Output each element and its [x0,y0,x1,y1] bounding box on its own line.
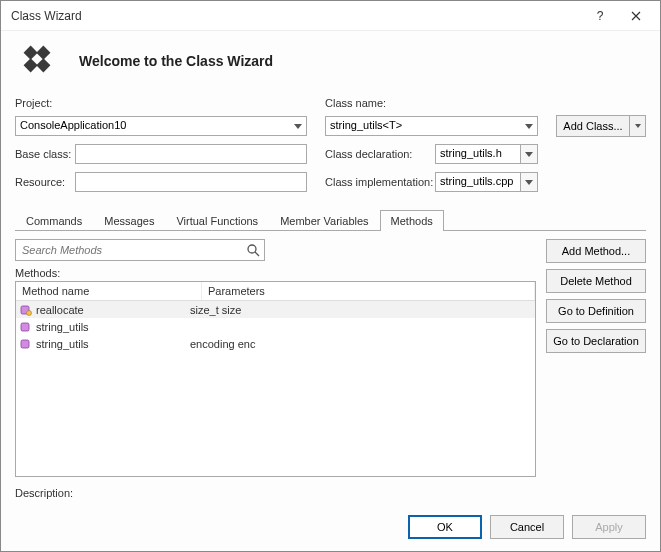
list-header: Method name Parameters [16,282,535,301]
tab-messages[interactable]: Messages [93,210,165,231]
list-rows: reallocatesize_t sizestring_utilsstring_… [16,301,535,476]
tab-commands[interactable]: Commands [15,210,93,231]
add-class-label: Add Class... [556,115,630,137]
add-class-button[interactable]: Add Class... [556,115,646,137]
base-class-label: Base class: [15,148,75,160]
svg-rect-1 [24,46,38,60]
class-name-label: Class name: [325,97,538,111]
tab-bar: Commands Messages Virtual Functions Memb… [15,209,646,231]
apply-button: Apply [572,515,646,539]
close-button[interactable] [618,2,654,30]
project-label: Project: [15,97,307,111]
method-params: size_t size [186,304,535,316]
method-name: string_utils [36,321,89,333]
col-method-name[interactable]: Method name [16,282,202,300]
svg-rect-2 [36,58,50,72]
tab-virtual-functions[interactable]: Virtual Functions [165,210,269,231]
class-declaration-dropdown[interactable] [520,144,538,164]
list-item[interactable]: string_utils [16,318,535,335]
method-icon [18,338,34,350]
svg-rect-3 [24,58,38,72]
ok-button[interactable]: OK [408,515,482,539]
class-declaration-field[interactable]: string_utils.h [435,144,521,164]
goto-definition-button[interactable]: Go to Definition [546,299,646,323]
list-item[interactable]: string_utilsencoding enc [16,335,535,352]
svg-point-7 [27,310,32,315]
svg-line-5 [255,252,259,256]
resource-field[interactable] [75,172,307,192]
tab-methods[interactable]: Methods [380,210,444,231]
class-implementation-field[interactable]: string_utils.cpp [435,172,521,192]
search-icon [246,243,260,257]
search-methods-box[interactable] [15,239,265,261]
svg-point-4 [248,245,256,253]
form-area: Project: Class name: ConsoleApplication1… [1,97,660,203]
svg-rect-8 [21,323,29,331]
welcome-heading: Welcome to the Class Wizard [79,53,273,69]
col-parameters[interactable]: Parameters [202,282,535,300]
methods-label: Methods: [15,267,536,279]
cancel-button[interactable]: Cancel [490,515,564,539]
methods-list: Method name Parameters reallocatesize_t … [15,281,536,477]
wizard-logo-icon [15,39,59,83]
class-implementation-label: Class implementation: [325,176,435,188]
class-wizard-window: Class Wizard ? Welcome to the Class Wiza… [0,0,661,552]
close-icon [631,11,641,21]
add-method-button[interactable]: Add Method... [546,239,646,263]
class-declaration-label: Class declaration: [325,148,435,160]
description-label: Description: [1,481,660,505]
search-methods-input[interactable] [20,243,246,257]
delete-method-button[interactable]: Delete Method [546,269,646,293]
method-name: reallocate [36,304,84,316]
base-class-field[interactable] [75,144,307,164]
method-icon [18,321,34,333]
resource-label: Resource: [15,176,75,188]
list-item[interactable]: reallocatesize_t size [16,301,535,318]
method-name: string_utils [36,338,89,350]
window-title: Class Wizard [11,9,582,23]
footer: OK Cancel Apply [1,505,660,551]
project-dropdown[interactable]: ConsoleApplication10 [15,116,307,136]
side-buttons: Add Method... Delete Method Go to Defini… [546,239,646,477]
help-button[interactable]: ? [582,2,618,30]
svg-rect-0 [36,46,50,60]
class-name-dropdown[interactable]: string_utils<T> [325,116,538,136]
method-params: encoding enc [186,338,535,350]
wizard-header: Welcome to the Class Wizard [1,31,660,97]
body-area: Methods: Method name Parameters realloca… [1,231,660,481]
tab-member-variables[interactable]: Member Variables [269,210,379,231]
titlebar: Class Wizard ? [1,1,660,31]
goto-declaration-button[interactable]: Go to Declaration [546,329,646,353]
class-implementation-dropdown[interactable] [520,172,538,192]
svg-rect-9 [21,340,29,348]
method-icon [18,304,34,316]
add-class-dropdown-arrow[interactable] [630,115,646,137]
